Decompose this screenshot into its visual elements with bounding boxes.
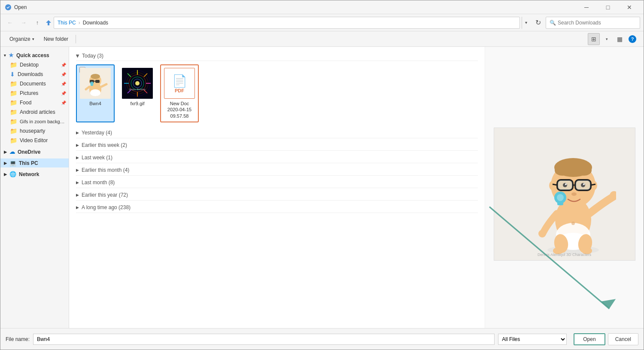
network-section: ▶ 🌐 Network xyxy=(0,169,69,179)
pin-icon-food: 📌 xyxy=(61,100,66,105)
file-name-bwn4: Bwn4 xyxy=(89,100,101,107)
svg-point-62 xyxy=(571,222,575,225)
group-earlier-this-month[interactable]: ▶ Earlier this month (4) xyxy=(76,165,478,176)
group-earlier-year-label: Earlier this year (72) xyxy=(82,192,128,198)
group-earlier-month-label: Earlier this month (4) xyxy=(82,167,129,173)
breadcrumb-this-pc[interactable]: This PC xyxy=(58,20,76,26)
group-earlier-this-year[interactable]: ▶ Earlier this year (72) xyxy=(76,190,478,201)
sidebar-item-food[interactable]: 📁 Food 📌 xyxy=(0,98,69,107)
pictures-folder-icon: 📁 xyxy=(10,90,17,97)
group-yesterday[interactable]: ▶ Yesterday (4) xyxy=(76,128,478,138)
sidebar-item-desktop[interactable]: 📁 Desktop 📌 xyxy=(0,60,69,70)
sidebar-item-pictures[interactable]: 📁 Pictures 📌 xyxy=(0,88,69,98)
breadcrumb-dropdown[interactable]: ▾ xyxy=(522,17,530,29)
sidebar-item-documents[interactable]: 📁 Documents 📌 xyxy=(0,79,69,88)
downloads-folder-icon: ⬇ xyxy=(10,71,15,78)
open-button[interactable]: Open xyxy=(574,333,605,345)
group-long-time-ago[interactable]: ▶ A long time ago (238) xyxy=(76,202,478,213)
cancel-button[interactable]: Cancel xyxy=(608,333,638,345)
forward-button[interactable]: → xyxy=(18,17,30,29)
bottom-buttons: Open Cancel xyxy=(574,333,638,345)
back-button[interactable]: ← xyxy=(4,17,16,29)
svg-point-52 xyxy=(563,183,567,187)
maximize-button[interactable]: □ xyxy=(598,0,618,14)
baby-svg-thumb xyxy=(80,68,111,99)
sidebar-item-android-articles[interactable]: 📁 Android articles xyxy=(0,107,69,117)
view-tiles-icon: ⊞ xyxy=(591,36,596,43)
svg-rect-13 xyxy=(91,85,93,86)
file-item-new-doc[interactable]: 📄 PDF New Doc2020-04-1509.57.58 xyxy=(160,64,199,122)
this-pc-icon: 💻 xyxy=(9,160,16,166)
help-button[interactable]: ? xyxy=(626,33,638,45)
filename-input[interactable] xyxy=(33,334,495,345)
sidebar-network-header[interactable]: ▶ 🌐 Network xyxy=(0,169,69,179)
svg-point-56 xyxy=(571,192,577,196)
title-bar: Open ─ □ ✕ xyxy=(0,0,644,14)
bottom-bar: File name: All Files Open Cancel xyxy=(0,328,644,350)
video-editor-folder-icon: 📁 xyxy=(10,137,17,144)
filetype-select[interactable]: All Files xyxy=(498,334,567,345)
group-earlier-this-week[interactable]: ▶ Earlier this week (2) xyxy=(76,140,478,151)
sidebar-item-downloads-label: Downloads xyxy=(18,71,43,77)
pdf-acrobat-icon: 📄 xyxy=(172,74,187,88)
sidebar-item-gifs[interactable]: 📁 Gifs in zoom backg… xyxy=(0,117,69,126)
organize-button[interactable]: Organize ▾ xyxy=(6,33,38,45)
svg-point-55 xyxy=(583,183,585,185)
group-long-ago-label: A long time ago (238) xyxy=(82,204,131,210)
food-folder-icon: 📁 xyxy=(10,99,17,106)
group-last-week[interactable]: ▶ Last week (1) xyxy=(76,152,478,163)
new-folder-button[interactable]: New folder xyxy=(40,33,72,45)
pin-icon: 📌 xyxy=(61,63,66,67)
view-dropdown-button[interactable]: ▾ xyxy=(601,33,613,45)
svg-point-61 xyxy=(538,230,546,237)
window-icon xyxy=(5,4,12,11)
sidebar-item-desktop-label: Desktop xyxy=(20,62,39,68)
sidebar-item-video-editor[interactable]: 📁 Video Editor xyxy=(0,136,69,145)
onedrive-section: ▶ ☁ OneDrive xyxy=(0,147,69,157)
view-pane-button[interactable]: ▦ xyxy=(614,33,626,45)
sidebar-item-downloads[interactable]: ⬇ Downloads 📌 xyxy=(0,70,69,79)
pin-icon-downloads: 📌 xyxy=(61,72,66,77)
group-today-label: Today (3) xyxy=(82,53,103,59)
new-doc-thumbnail: 📄 PDF xyxy=(164,68,195,99)
help-icon: ? xyxy=(629,35,636,43)
sidebar-onedrive-label: OneDrive xyxy=(18,149,40,155)
breadcrumb[interactable]: This PC › Downloads xyxy=(54,17,520,29)
bwn4-thumbnail xyxy=(80,68,111,99)
onedrive-cloud-icon: ☁ xyxy=(9,149,15,155)
svg-point-12 xyxy=(90,82,94,85)
sidebar-network-label: Network xyxy=(19,171,39,177)
svg-marker-1 xyxy=(46,20,51,25)
sidebar-item-houseparty[interactable]: 📁 houseparty xyxy=(0,126,69,136)
search-input[interactable] xyxy=(558,20,636,26)
breadcrumb-separator: › xyxy=(79,20,80,26)
android-folder-icon: 📁 xyxy=(10,109,17,116)
sidebar-quick-access-header[interactable]: ▾ ★ Quick access xyxy=(0,50,69,60)
sidebar-onedrive-header[interactable]: ▶ ☁ OneDrive xyxy=(0,147,69,157)
this-pc-chevron-icon: ▶ xyxy=(4,161,7,165)
location-arrow-icon xyxy=(45,19,52,26)
minimize-button[interactable]: ─ xyxy=(577,0,596,14)
group-earlier-week-chevron: ▶ xyxy=(76,143,79,147)
pdf-label: PDF xyxy=(175,88,184,93)
organize-chevron-icon: ▾ xyxy=(32,37,34,41)
svg-point-26 xyxy=(135,81,140,85)
group-today[interactable]: ▶ Today (3) xyxy=(76,50,478,61)
sidebar-item-food-label: Food xyxy=(20,100,31,106)
file-item-fxr9[interactable]: Happy Birthday fxr9.gif xyxy=(118,64,157,122)
baby-preview-svg xyxy=(513,130,616,259)
sidebar-this-pc-header[interactable]: ▶ 💻 This PC xyxy=(0,158,69,167)
group-last-month[interactable]: ▶ Last month (8) xyxy=(76,177,478,188)
sidebar-item-video-editor-label: Video Editor xyxy=(20,137,48,143)
svg-point-44 xyxy=(576,165,592,176)
view-controls: ⊞ ▾ ▦ ? xyxy=(588,33,638,45)
watermark-text: Dennis Alentejol 3D Characters xyxy=(538,253,591,257)
view-tiles-button[interactable]: ⊞ xyxy=(588,33,600,45)
refresh-button[interactable]: ↻ xyxy=(532,17,544,29)
up-button[interactable]: ↑ xyxy=(31,17,43,29)
close-button[interactable]: ✕ xyxy=(620,0,639,14)
file-item-bwn4[interactable]: ✓ xyxy=(76,64,115,122)
desktop-folder-icon: 📁 xyxy=(10,61,17,68)
this-pc-section: ▶ 💻 This PC xyxy=(0,158,69,167)
svg-rect-58 xyxy=(557,202,563,205)
